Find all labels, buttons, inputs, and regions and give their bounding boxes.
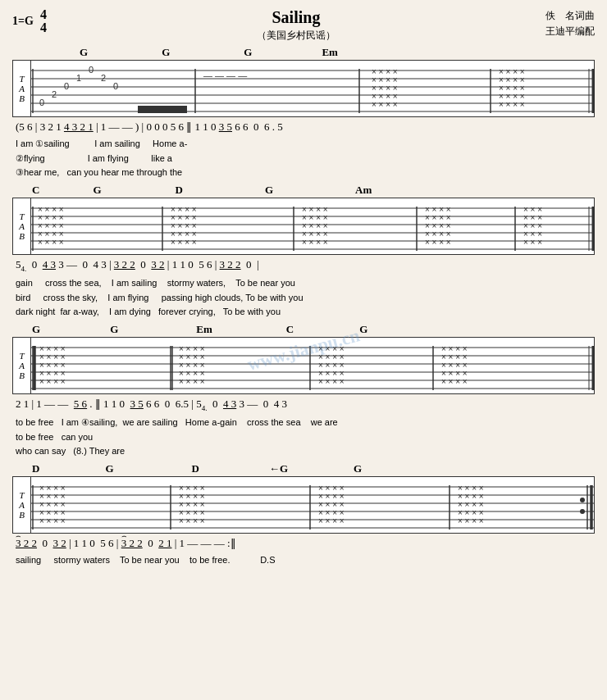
svg-text:×  ×  ×  ×: × × × ×	[458, 516, 484, 525]
svg-text:×  ×  ×  ×: × × × ×	[179, 516, 205, 525]
lyric-4-1: sailing stormy waters To be near you to …	[16, 553, 591, 568]
svg-text:0: 0	[64, 81, 69, 91]
chord-C: C	[32, 184, 39, 197]
song-title: Sailing	[47, 8, 545, 27]
svg-text:×  ×  ×  ×: × × × ×	[38, 238, 64, 247]
svg-text:×  ×  ×  ×: × × × ×	[318, 516, 345, 525]
svg-text:1: 1	[76, 73, 81, 83]
svg-text:0: 0	[89, 65, 94, 75]
svg-rect-19	[138, 106, 187, 113]
chord-D2: D	[32, 462, 39, 475]
svg-text:×  ×  ×  ×: × × × ×	[39, 516, 66, 525]
chord-G3: G	[244, 46, 252, 59]
chord-D1: D	[176, 184, 183, 197]
chord-row-4: D G D ←G G	[12, 462, 595, 475]
svg-text:×  ×  ×  ×: × × × ×	[318, 377, 345, 386]
attribution: 佚 名词曲 王迪平编配	[545, 8, 595, 39]
notation-2: 54. 0 4 3 3 — 0 4 3 | 3 2 2 0 3 2 | 1 1 …	[12, 255, 595, 276]
chord-G8: G	[359, 323, 367, 336]
tab-content-4: × × × × × × × × × × × × × × × × × × × × …	[31, 477, 594, 534]
lyrics-4: sailing stormy waters To be near you to …	[12, 553, 595, 568]
chord-G1: G	[80, 46, 88, 59]
chord-G2: G	[162, 46, 170, 59]
lyric-2-1: gain cross the sea, I am sailing stormy …	[16, 276, 591, 291]
tab-content-1: 0 2 0 1 0 2 0 — — — — × × × × × × × × × …	[31, 61, 594, 118]
attribution-line2: 王迪平编配	[545, 24, 595, 39]
svg-text:— — — —: — — — —	[203, 70, 247, 80]
lyric-2-3: dark night far a-way, I am dying forever…	[16, 305, 591, 320]
svg-text:×  ×  ×  ×: × × × ×	[441, 377, 468, 386]
title-area: Sailing （美国乡村民谣）	[47, 8, 545, 43]
chord-G7: G	[110, 323, 118, 336]
time-signature: 4 4	[40, 8, 47, 34]
svg-text:0: 0	[113, 81, 118, 91]
chord-G6: G	[32, 323, 40, 336]
lyrics-1: I am ①sailing I am sailing Home a- ②flyi…	[12, 137, 595, 180]
lyric-2-2: bird cross the sky, I am flying passing …	[16, 291, 591, 306]
tempo-text: 1=G	[12, 15, 34, 28]
lyric-3-3: who can say (8.) They are	[16, 444, 591, 459]
tab-content-3: × × × × × × × × × × × × × × × × × × × × …	[31, 338, 594, 395]
lyrics-2: gain cross the sea, I am sailing stormy …	[12, 276, 595, 320]
chord-row-3: G G Em C G	[12, 323, 595, 336]
chord-D3: D	[192, 462, 199, 475]
lyrics-3: to be free I am ④sailing, we are sailing…	[12, 416, 595, 459]
section-2: C G D G Am TAB	[12, 184, 595, 320]
lyric-1-1: I am ①sailing I am sailing Home a-	[16, 137, 591, 152]
chord-row-2: C G D G Am	[12, 184, 595, 197]
svg-text:0: 0	[39, 98, 44, 107]
notation-3: 2 1 | 1 — — 5 6 . ‖ 1 1 0 3 5 6 6 0 6.5 …	[12, 394, 595, 416]
section-4: D G D ←G G TAB	[12, 462, 595, 568]
chord-G10: G	[354, 462, 362, 475]
tab-staff-1: TAB 0 2	[12, 60, 595, 117]
tab-staff-2: TAB × × × × × × × × × × × ×	[12, 198, 595, 255]
tab-staff-3: TAB × × × × × × × × ×	[12, 337, 595, 394]
tab-staff-4: TAB × × × × × × × ×	[12, 476, 595, 534]
svg-text:×  ×  ×  ×: × × × ×	[425, 238, 451, 247]
tab-label-1: TAB	[13, 61, 31, 116]
notation-4: ⌢3 2 2 0 3 2 | 1 1 0 5 6 | ⌢3 2 2 0 2 1 …	[12, 534, 595, 553]
tab-label-3: TAB	[13, 338, 31, 393]
svg-text:×  ×  ×  ×: × × × ×	[179, 377, 205, 386]
attribution-line1: 佚 名词曲	[545, 8, 595, 24]
lyric-1-2: ②flying I am flying like a	[16, 152, 591, 166]
tab-label-2: TAB	[13, 198, 31, 254]
chord-Em1: Em	[322, 46, 338, 59]
chord-Em2: Em	[196, 323, 212, 336]
svg-text:×  ×  ×  ×: × × × ×	[372, 100, 398, 109]
page: 1=G 4 4 Sailing （美国乡村民谣） 佚 名词曲 王迪平编配 G G…	[0, 0, 607, 700]
section-3: G G Em C G TAB	[12, 323, 595, 459]
svg-text:2: 2	[101, 73, 106, 83]
chord-C2: C	[286, 323, 294, 336]
svg-text:×  ×  ×  ×: × × × ×	[171, 238, 197, 247]
notation-1: (5 6 | 3 2 1 4 3 2 1 | 1 — — ) | 0 0 0 5…	[12, 117, 595, 137]
chord-Am: Am	[355, 184, 372, 197]
svg-text:×  ×  ×  ×: × × × ×	[499, 100, 525, 109]
tempo-info: 1=G 4 4	[12, 8, 47, 34]
svg-text:×  ×  ×  ×: × × × ×	[302, 238, 328, 247]
svg-point-116	[580, 509, 585, 514]
section-1: G G G Em TAB	[12, 46, 595, 180]
chord-G-arrow: ←G	[269, 462, 288, 475]
svg-point-115	[580, 498, 585, 502]
header: 1=G 4 4 Sailing （美国乡村民谣） 佚 名词曲 王迪平编配	[12, 8, 595, 43]
lyric-3-1: to be free I am ④sailing, we are sailing…	[16, 416, 591, 430]
svg-text:×  ×  ×: × × ×	[523, 238, 542, 247]
lyric-1-3: ③hear me, can you hear me through the	[16, 166, 591, 180]
song-subtitle: （美国乡村民谣）	[47, 29, 545, 43]
chord-G5: G	[265, 184, 273, 197]
lyric-3-2: to be free can you	[16, 430, 591, 445]
svg-text:2: 2	[52, 89, 57, 99]
chord-G9: G	[105, 462, 113, 475]
tab-content-2: × × × × × × × × × × × × × × × × × × × × …	[31, 198, 594, 256]
svg-text:×  ×  ×  ×: × × × ×	[39, 377, 66, 386]
tab-label-4: TAB	[13, 477, 31, 533]
chord-G4: G	[93, 184, 101, 197]
